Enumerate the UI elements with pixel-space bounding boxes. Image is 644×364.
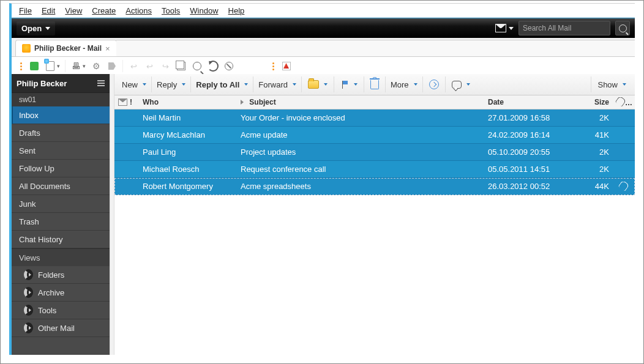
close-tab-button[interactable]: × [105,44,110,53]
col-status[interactable]: ! [114,98,139,106]
delete-button[interactable] [364,76,386,92]
drag-handle-icon[interactable] [272,62,275,70]
chevron-down-icon [182,83,185,86]
new-document-icon [46,61,54,71]
chevron-down-icon[interactable]: ▾ [57,63,60,69]
sidebar-item-drafts[interactable]: Drafts [12,124,110,142]
sidebar-item-label: Follow Up [19,164,54,173]
tag-button[interactable] [107,61,118,72]
show-button[interactable]: Show [591,76,632,92]
message-subject: Your Order - invoice enclosed [237,113,484,122]
search-input[interactable] [522,23,616,33]
sidebar-item-inbox[interactable]: Inbox [12,106,110,124]
sidebar-item-sent[interactable]: Sent [12,142,110,160]
message-size: 41K [576,130,613,139]
message-row[interactable]: Paul Ling Project updates 05.10.2009 20:… [114,144,635,161]
sidebar-item-junk[interactable]: Junk [12,195,110,213]
stop-button[interactable] [223,61,234,72]
copy-button[interactable] [176,61,187,72]
pdf-button[interactable] [281,61,292,72]
flag-icon [340,80,349,89]
sidebar-menu-button[interactable] [97,80,105,86]
vertical-splitter[interactable] [110,74,114,355]
menu-edit[interactable]: Edit [38,5,59,17]
sidebar-item-label: Sent [19,146,36,155]
sidebar-item-label: Junk [19,199,36,209]
mail-dropdown-button[interactable] [495,24,514,32]
menu-actions[interactable]: Actions [122,5,155,17]
menu-file[interactable]: File [15,5,36,17]
sidebar-tree-tools[interactable]: Tools [12,302,110,319]
sync-button[interactable] [423,76,446,92]
sidebar-item-chathistory[interactable]: Chat History [12,231,110,248]
sync-icon [429,80,439,89]
copy-icon [177,62,185,70]
column-header: ! Who Subject Date Size [114,95,635,110]
reply-all-button[interactable]: Reply to All [191,76,253,92]
chevron-down-icon [354,83,358,86]
chat-bubble-icon [452,81,462,89]
col-date[interactable]: Date [484,98,576,106]
sidebar-item-followup[interactable]: Follow Up [12,160,110,177]
menu-create[interactable]: Create [88,5,119,17]
expand-icon [24,269,33,280]
search-icon [193,62,201,70]
more-button[interactable]: More [386,76,423,92]
pdf-icon [282,62,291,70]
sidebar: Philip Becker sw01 Inbox Drafts Sent Fol… [12,74,110,355]
chevron-down-icon[interactable]: ▾ [83,63,86,69]
gear-icon: ⚙ [92,61,100,71]
message-row[interactable]: Neil Martin Your Order - invoice enclose… [114,110,635,127]
chat-button[interactable] [446,76,476,92]
search-icon [619,24,627,32]
content-area: File Edit View Create Actions Tools Wind… [9,3,635,355]
compose-button[interactable] [29,61,40,72]
sidebar-tree-archive[interactable]: Archive [12,284,110,302]
chevron-down-icon [414,83,417,86]
refresh-icon [208,61,219,72]
col-attachment[interactable] [613,97,635,107]
message-date: 05.10.2009 20:55 [484,147,576,157]
reply-all-button-disabled: ↩ [144,61,155,72]
sidebar-tree-othermail[interactable]: Other Mail [12,319,110,337]
sidebar-item-alldocuments[interactable]: All Documents [12,177,110,195]
sidebar-item-label: Inbox [19,111,39,120]
message-row[interactable]: Robert Montgomery Acme spreadsheets 26.0… [114,178,635,195]
sidebar-tree-folders[interactable]: Folders [12,266,110,284]
envelope-icon [495,24,506,32]
sidebar-item-label: All Documents [19,182,70,191]
message-row[interactable]: Michael Roesch Request conference call 0… [114,161,635,178]
col-subject[interactable]: Subject [237,98,484,106]
menu-window[interactable]: Window [186,5,222,17]
open-menu-button[interactable]: Open [17,21,55,35]
sidebar-item-label: Archive [38,288,64,297]
mail-area: New Reply Reply to All Forward [114,74,635,355]
refresh-button[interactable] [208,61,219,72]
find-button[interactable] [192,61,203,72]
col-who[interactable]: Who [139,98,237,106]
col-size[interactable]: Size [576,98,613,106]
reply-button[interactable]: Reply [152,76,191,92]
open-label: Open [21,24,42,33]
drag-handle-icon[interactable] [20,62,23,70]
tab-mailbox[interactable]: Philip Becker - Mail × [15,40,117,56]
sidebar-subtitle: sw01 [12,93,110,106]
sidebar-item-trash[interactable]: Trash [12,213,110,231]
sidebar-item-label: Trash [19,217,39,226]
settings-button[interactable]: ⚙ [91,61,102,72]
tabstrip-filler [116,40,635,56]
search-button[interactable] [615,21,630,35]
flag-button[interactable] [334,76,364,92]
message-row[interactable]: Marcy McLachlan Acme update 24.02.2009 1… [114,127,635,144]
message-size: 2K [576,113,613,122]
menu-help[interactable]: Help [225,5,249,17]
tab-title: Philip Becker - Mail [34,44,102,53]
print-button[interactable]: 🖶 [70,61,81,72]
new-button[interactable]: New [117,76,152,92]
forward-button[interactable]: Forward [253,76,302,92]
new-document-button[interactable] [45,61,56,72]
move-to-folder-button[interactable] [302,76,334,92]
sidebar-section-views[interactable]: Views [12,248,110,266]
menu-tools[interactable]: Tools [158,5,184,17]
menu-view[interactable]: View [61,5,86,17]
